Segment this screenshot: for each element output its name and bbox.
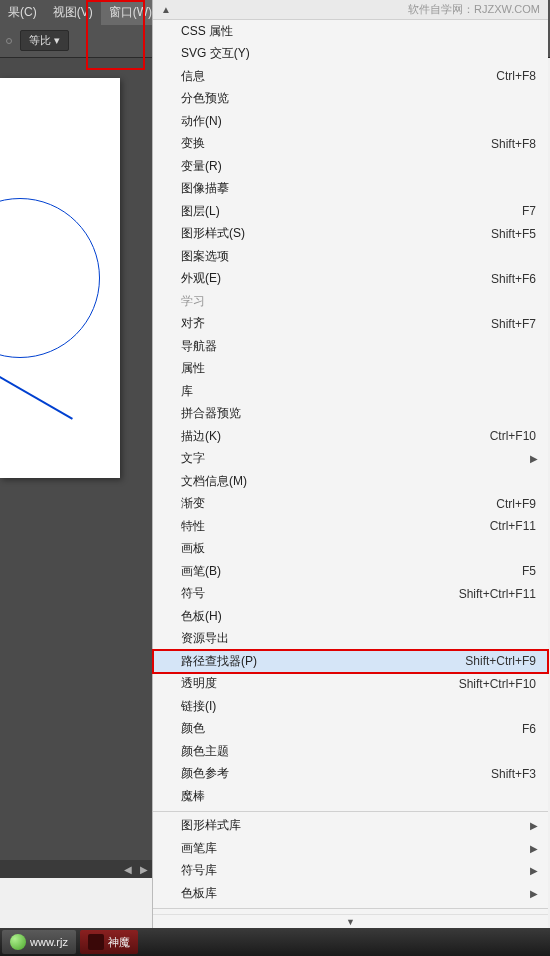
- menu-item[interactable]: 符号库▶: [153, 860, 548, 883]
- submenu-arrow-icon: ▶: [530, 820, 538, 831]
- menu-view[interactable]: 视图(V): [45, 0, 101, 25]
- menu-item[interactable]: 颜色主题: [153, 740, 548, 763]
- menu-item[interactable]: 画板: [153, 538, 548, 561]
- artboard: [0, 78, 120, 478]
- menu-item-label: 颜色主题: [179, 743, 548, 760]
- menu-item[interactable]: 变换Shift+F8: [153, 133, 548, 156]
- menu-item[interactable]: 色板库▶: [153, 882, 548, 905]
- scroll-down-icon[interactable]: ▼: [153, 914, 548, 928]
- menu-item[interactable]: 画笔库▶: [153, 837, 548, 860]
- scroll-right-icon[interactable]: ▶: [136, 861, 152, 877]
- submenu-arrow-icon: ▶: [530, 888, 538, 899]
- menu-item[interactable]: 文字▶: [153, 448, 548, 471]
- scroll-left-icon[interactable]: ◀: [120, 861, 136, 877]
- menu-item-label: 资源导出: [179, 630, 548, 647]
- menu-item-label: 色板(H): [179, 608, 548, 625]
- menu-item-shortcut: F5: [522, 564, 548, 578]
- menu-item[interactable]: 分色预览: [153, 88, 548, 111]
- path-line[interactable]: [0, 363, 73, 419]
- menu-item[interactable]: SVG 交互(Y): [153, 43, 548, 66]
- menu-item[interactable]: 库: [153, 380, 548, 403]
- menu-item-label: 描边(K): [179, 428, 490, 445]
- menu-item[interactable]: 外观(E)Shift+F6: [153, 268, 548, 291]
- horizontal-scrollbar[interactable]: ◀ ▶: [0, 860, 152, 878]
- menu-item-label: 文档信息(M): [179, 473, 548, 490]
- menu-item[interactable]: CSS 属性: [153, 20, 548, 43]
- menu-item-shortcut: Shift+Ctrl+F11: [459, 587, 548, 601]
- menu-item[interactable]: 符号Shift+Ctrl+F11: [153, 583, 548, 606]
- menu-item[interactable]: 属性: [153, 358, 548, 381]
- menu-item-shortcut: Shift+F3: [491, 767, 548, 781]
- menu-item-label: 图形样式(S): [179, 225, 491, 242]
- menu-item-label: 魔棒: [179, 788, 548, 805]
- menu-item[interactable]: 图案选项: [153, 245, 548, 268]
- menu-item[interactable]: 画笔(B)F5: [153, 560, 548, 583]
- menu-item[interactable]: 链接(I): [153, 695, 548, 718]
- menu-item[interactable]: 路径查找器(P)Shift+Ctrl+F9: [153, 650, 548, 673]
- menu-item-shortcut: Shift+F5: [491, 227, 548, 241]
- scroll-up-icon[interactable]: ▲: [161, 4, 171, 15]
- menu-item[interactable]: 图形样式(S)Shift+F5: [153, 223, 548, 246]
- watermark-text: 软件自学网：RJZXW.COM: [408, 2, 540, 17]
- menu-effect[interactable]: 果(C): [0, 0, 45, 25]
- menu-separator: [153, 811, 548, 812]
- menu-item-shortcut: F7: [522, 204, 548, 218]
- browser-icon: [10, 934, 26, 950]
- taskbar-browser[interactable]: www.rjz: [2, 930, 76, 954]
- menu-item[interactable]: 色板(H): [153, 605, 548, 628]
- menu-item[interactable]: 渐变Ctrl+F9: [153, 493, 548, 516]
- taskbar-game[interactable]: 神魔: [80, 930, 138, 954]
- menu-item-label: 信息: [179, 68, 496, 85]
- menu-item[interactable]: 颜色F6: [153, 718, 548, 741]
- fit-dropdown[interactable]: 等比 ▾: [20, 30, 69, 51]
- menu-item[interactable]: 导航器: [153, 335, 548, 358]
- menu-item-shortcut: Shift+F8: [491, 137, 548, 151]
- menu-item-label: 透明度: [179, 675, 459, 692]
- menu-item[interactable]: 拼合器预览: [153, 403, 548, 426]
- menu-item-label: 图层(L): [179, 203, 522, 220]
- menu-item[interactable]: 图层(L)F7: [153, 200, 548, 223]
- submenu-arrow-icon: ▶: [530, 865, 538, 876]
- menu-item-label: 属性: [179, 360, 548, 377]
- menu-item[interactable]: 文档信息(M): [153, 470, 548, 493]
- menu-item-label: 颜色参考: [179, 765, 491, 782]
- menu-item[interactable]: 魔棒: [153, 785, 548, 808]
- menu-item-label: 拼合器预览: [179, 405, 548, 422]
- menu-item[interactable]: ✓未标题-1* @ 129.8% (CMYK/GPU 预览): [153, 912, 548, 915]
- menu-item-label: 图像描摹: [179, 180, 548, 197]
- menu-item-label: 画笔(B): [179, 563, 522, 580]
- menu-item-label: 图案选项: [179, 248, 548, 265]
- menu-item[interactable]: 信息Ctrl+F8: [153, 65, 548, 88]
- menu-item[interactable]: 资源导出: [153, 628, 548, 651]
- menu-item[interactable]: 变量(R): [153, 155, 548, 178]
- menu-item[interactable]: 特性Ctrl+F11: [153, 515, 548, 538]
- dropdown-header: ▲ 软件自学网：RJZXW.COM: [153, 0, 548, 20]
- taskbar: www.rjz 神魔: [0, 928, 550, 956]
- menu-item-label: 色板库: [179, 885, 548, 902]
- menu-item-shortcut: Ctrl+F11: [490, 519, 548, 533]
- menu-item[interactable]: 图像描摹: [153, 178, 548, 201]
- menu-item-label: 符号库: [179, 862, 548, 879]
- menu-item[interactable]: 对齐Shift+F7: [153, 313, 548, 336]
- menu-item-label: SVG 交互(Y): [179, 45, 548, 62]
- menu-item-label: 渐变: [179, 495, 496, 512]
- window-menu-dropdown: ▲ 软件自学网：RJZXW.COM CSS 属性SVG 交互(Y)信息Ctrl+…: [152, 0, 548, 928]
- menu-item[interactable]: 描边(K)Ctrl+F10: [153, 425, 548, 448]
- menu-item[interactable]: 颜色参考Shift+F3: [153, 763, 548, 786]
- menu-item-label: 库: [179, 383, 548, 400]
- menu-item-shortcut: F6: [522, 722, 548, 736]
- menu-item[interactable]: 透明度Shift+Ctrl+F10: [153, 673, 548, 696]
- menu-item-label: 导航器: [179, 338, 548, 355]
- path-circle[interactable]: [0, 198, 100, 358]
- menu-item[interactable]: 动作(N): [153, 110, 548, 133]
- menu-item-label: 学习: [179, 293, 548, 310]
- menu-item-label: 画板: [179, 540, 548, 557]
- indicator-icon: [6, 38, 12, 44]
- menu-item[interactable]: 图形样式库▶: [153, 815, 548, 838]
- submenu-arrow-icon: ▶: [530, 453, 538, 464]
- menu-item-label: 对齐: [179, 315, 491, 332]
- menu-item-label: 变量(R): [179, 158, 548, 175]
- canvas-area[interactable]: ◀ ▶: [0, 58, 152, 878]
- menu-item-label: 链接(I): [179, 698, 548, 715]
- menu-item-label: 特性: [179, 518, 490, 535]
